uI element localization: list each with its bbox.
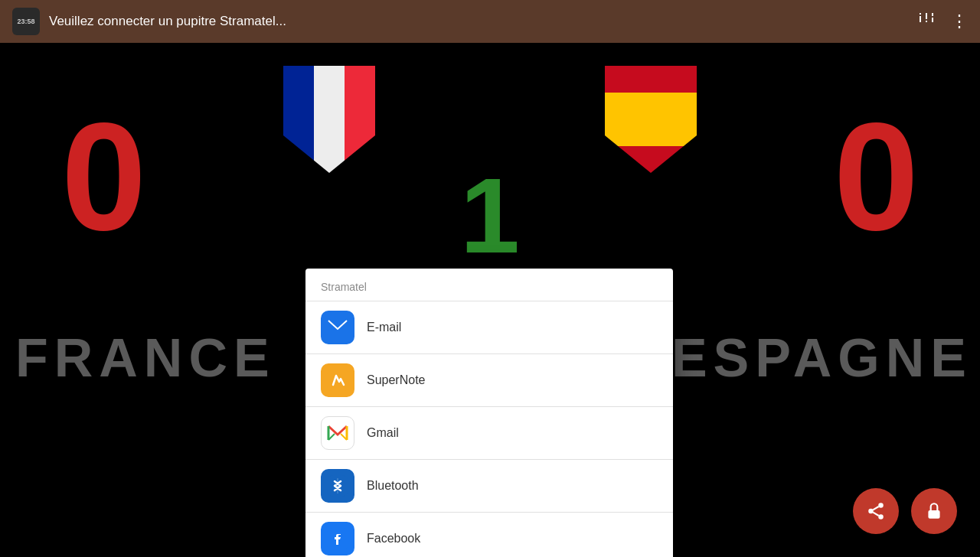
dialog-item-email[interactable]: E-mail xyxy=(305,301,673,353)
bluetooth-icon xyxy=(321,469,354,503)
equalizer-icon[interactable] xyxy=(917,10,936,33)
email-icon xyxy=(321,311,354,344)
label-france: FRANCE xyxy=(15,327,276,389)
lock-button[interactable] xyxy=(911,488,957,534)
svg-rect-5 xyxy=(932,13,933,16)
flag-spain xyxy=(605,66,697,173)
supernote-icon xyxy=(321,363,354,397)
svg-point-7 xyxy=(868,509,874,514)
svg-line-10 xyxy=(873,507,878,510)
score-left: 0 xyxy=(61,89,146,265)
email-label: E-mail xyxy=(367,321,401,334)
facebook-icon xyxy=(321,522,354,555)
svg-rect-1 xyxy=(920,13,921,15)
facebook-label: Facebook xyxy=(367,532,420,546)
game-area: 0 0 1 FRANCE ESPAGNE Stramatel xyxy=(0,43,980,557)
svg-line-9 xyxy=(873,513,878,516)
topbar-icons: ⋮ xyxy=(917,10,968,33)
gmail-label: Gmail xyxy=(367,426,399,440)
label-espagne: ESPAGNE xyxy=(671,327,972,389)
dialog-item-facebook[interactable]: Facebook xyxy=(305,512,673,557)
share-dialog: Stramatel E-mail SuperNote xyxy=(305,269,673,557)
score-right: 0 xyxy=(834,89,919,265)
bottom-buttons xyxy=(853,488,957,534)
dialog-item-gmail[interactable]: Gmail xyxy=(305,406,673,459)
bluetooth-label: Bluetooth xyxy=(367,479,419,493)
time-display: 23:58 xyxy=(17,18,34,25)
supernote-label: SuperNote xyxy=(367,373,426,387)
top-bar: 23:58 Veuillez connecter un pupitre Stra… xyxy=(0,0,980,43)
svg-point-6 xyxy=(878,503,884,508)
share-button[interactable] xyxy=(853,488,899,534)
flag-france xyxy=(283,66,375,173)
dialog-item-bluetooth[interactable]: Bluetooth xyxy=(305,459,673,512)
svg-rect-4 xyxy=(932,18,933,22)
gmail-icon xyxy=(321,416,354,450)
svg-rect-11 xyxy=(928,510,939,519)
app-title: Veuillez connecter un pupitre Stramatel.… xyxy=(49,14,917,29)
more-options-icon[interactable]: ⋮ xyxy=(951,11,968,31)
dialog-item-supernote[interactable]: SuperNote xyxy=(305,353,673,406)
dialog-title: Stramatel xyxy=(305,269,673,301)
svg-rect-2 xyxy=(926,13,927,19)
svg-rect-0 xyxy=(920,16,921,22)
svg-rect-3 xyxy=(926,21,927,22)
center-number: 1 xyxy=(460,154,520,278)
svg-point-8 xyxy=(878,514,884,520)
app-icon: 23:58 xyxy=(12,8,40,35)
